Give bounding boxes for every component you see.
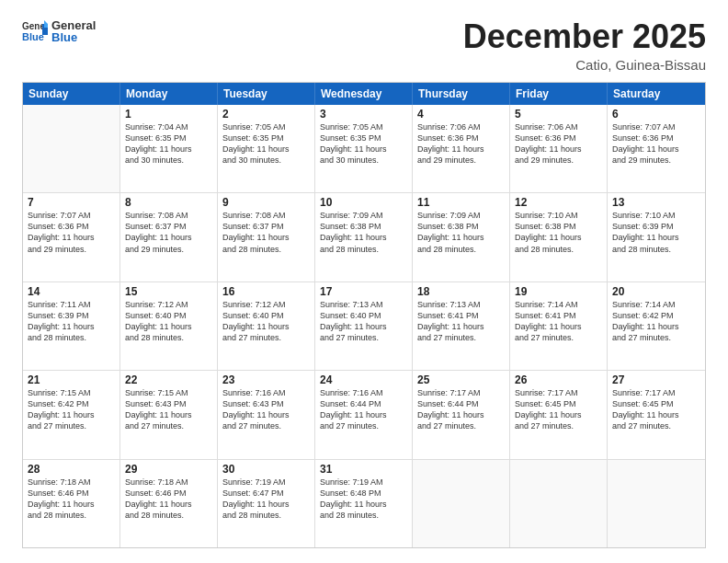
calendar-cell: 7Sunrise: 7:07 AMSunset: 6:36 PMDaylight… xyxy=(23,193,120,281)
sunset-text: Sunset: 6:38 PM xyxy=(515,221,602,232)
calendar-cell: 4Sunrise: 7:06 AMSunset: 6:36 PMDaylight… xyxy=(413,105,510,192)
calendar-cell: 29Sunrise: 7:18 AMSunset: 6:46 PMDayligh… xyxy=(120,460,218,547)
calendar-cell: 30Sunrise: 7:19 AMSunset: 6:47 PMDayligh… xyxy=(218,460,315,547)
day-number: 14 xyxy=(28,285,115,298)
daylight-text: Daylight: 11 hours xyxy=(320,144,407,155)
calendar-cell: 6Sunrise: 7:07 AMSunset: 6:36 PMDaylight… xyxy=(608,105,705,192)
sunset-text: Sunset: 6:43 PM xyxy=(125,398,212,409)
day-number: 27 xyxy=(612,373,700,386)
daylight-text: Daylight: 11 hours xyxy=(222,321,310,332)
daylight-text-2: and 27 minutes. xyxy=(222,420,310,431)
calendar-cell: 15Sunrise: 7:12 AMSunset: 6:40 PMDayligh… xyxy=(120,282,218,370)
calendar-cell xyxy=(23,105,120,192)
calendar-cell: 2Sunrise: 7:05 AMSunset: 6:35 PMDaylight… xyxy=(218,105,315,192)
daylight-text-2: and 29 minutes. xyxy=(125,244,212,255)
sunset-text: Sunset: 6:42 PM xyxy=(28,398,115,409)
weekday-header: Monday xyxy=(120,83,218,105)
calendar-cell xyxy=(510,460,608,547)
daylight-text-2: and 29 minutes. xyxy=(28,244,115,255)
daylight-text: Daylight: 11 hours xyxy=(612,321,700,332)
daylight-text-2: and 27 minutes. xyxy=(515,332,602,343)
day-number: 4 xyxy=(417,108,505,121)
daylight-text: Daylight: 11 hours xyxy=(320,232,407,243)
logo-blue: Blue xyxy=(51,30,96,44)
daylight-text: Daylight: 11 hours xyxy=(515,144,602,155)
sunset-text: Sunset: 6:36 PM xyxy=(28,221,115,232)
day-number: 17 xyxy=(320,285,407,298)
day-number: 12 xyxy=(515,196,602,209)
daylight-text: Daylight: 11 hours xyxy=(612,232,700,243)
sunrise-text: Sunrise: 7:15 AM xyxy=(28,387,115,398)
sunrise-text: Sunrise: 7:07 AM xyxy=(28,210,115,221)
day-number: 9 xyxy=(222,196,310,209)
daylight-text-2: and 27 minutes. xyxy=(417,332,505,343)
sunrise-text: Sunrise: 7:05 AM xyxy=(222,121,310,132)
calendar-cell xyxy=(608,460,705,547)
daylight-text: Daylight: 11 hours xyxy=(125,321,212,332)
sunset-text: Sunset: 6:43 PM xyxy=(222,398,310,409)
calendar-cell xyxy=(413,460,510,547)
sunset-text: Sunset: 6:38 PM xyxy=(417,221,505,232)
logo-icon: General Blue xyxy=(22,18,48,44)
daylight-text: Daylight: 11 hours xyxy=(125,409,212,420)
calendar-header: SundayMondayTuesdayWednesdayThursdayFrid… xyxy=(23,83,705,105)
daylight-text-2: and 30 minutes. xyxy=(222,155,310,166)
calendar-cell: 25Sunrise: 7:17 AMSunset: 6:44 PMDayligh… xyxy=(413,371,510,458)
calendar-cell: 19Sunrise: 7:14 AMSunset: 6:41 PMDayligh… xyxy=(510,282,608,370)
calendar: SundayMondayTuesdayWednesdayThursdayFrid… xyxy=(22,82,706,548)
sunset-text: Sunset: 6:45 PM xyxy=(515,398,602,409)
day-number: 16 xyxy=(222,285,310,298)
calendar-cell: 16Sunrise: 7:12 AMSunset: 6:40 PMDayligh… xyxy=(218,282,315,370)
calendar-cell: 1Sunrise: 7:04 AMSunset: 6:35 PMDaylight… xyxy=(120,105,218,192)
logo: General Blue General Blue xyxy=(22,18,96,44)
sunset-text: Sunset: 6:45 PM xyxy=(612,398,700,409)
daylight-text: Daylight: 11 hours xyxy=(612,409,700,420)
sunset-text: Sunset: 6:40 PM xyxy=(125,310,212,321)
sunrise-text: Sunrise: 7:05 AM xyxy=(320,121,407,132)
sunrise-text: Sunrise: 7:10 AM xyxy=(612,210,700,221)
sunset-text: Sunset: 6:39 PM xyxy=(28,310,115,321)
calendar-cell: 21Sunrise: 7:15 AMSunset: 6:42 PMDayligh… xyxy=(23,371,120,458)
calendar-cell: 27Sunrise: 7:17 AMSunset: 6:45 PMDayligh… xyxy=(608,371,705,458)
sunrise-text: Sunrise: 7:14 AM xyxy=(612,299,700,310)
sunset-text: Sunset: 6:40 PM xyxy=(320,310,407,321)
daylight-text: Daylight: 11 hours xyxy=(222,409,310,420)
day-number: 31 xyxy=(320,463,407,476)
daylight-text: Daylight: 11 hours xyxy=(28,321,115,332)
daylight-text-2: and 28 minutes. xyxy=(125,332,212,343)
title-block: December 2025 Catio, Guinea-Bissau xyxy=(463,18,706,73)
daylight-text-2: and 29 minutes. xyxy=(612,155,700,166)
sunrise-text: Sunrise: 7:12 AM xyxy=(222,299,310,310)
sunrise-text: Sunrise: 7:17 AM xyxy=(515,387,602,398)
daylight-text-2: and 28 minutes. xyxy=(417,244,505,255)
day-number: 2 xyxy=(222,108,310,121)
day-number: 26 xyxy=(515,373,602,386)
day-number: 6 xyxy=(612,108,700,121)
location: Catio, Guinea-Bissau xyxy=(463,57,706,73)
sunrise-text: Sunrise: 7:13 AM xyxy=(417,299,505,310)
daylight-text-2: and 27 minutes. xyxy=(125,420,212,431)
sunrise-text: Sunrise: 7:17 AM xyxy=(612,387,700,398)
daylight-text-2: and 29 minutes. xyxy=(417,155,505,166)
calendar-cell: 23Sunrise: 7:16 AMSunset: 6:43 PMDayligh… xyxy=(218,371,315,458)
daylight-text: Daylight: 11 hours xyxy=(222,232,310,243)
sunrise-text: Sunrise: 7:18 AM xyxy=(125,477,212,488)
sunrise-text: Sunrise: 7:15 AM xyxy=(125,387,212,398)
daylight-text-2: and 27 minutes. xyxy=(515,420,602,431)
svg-text:Blue: Blue xyxy=(22,31,44,42)
sunrise-text: Sunrise: 7:09 AM xyxy=(320,210,407,221)
header: General Blue General Blue December 2025 … xyxy=(22,18,706,73)
sunrise-text: Sunrise: 7:11 AM xyxy=(28,299,115,310)
daylight-text: Daylight: 11 hours xyxy=(417,232,505,243)
calendar-row: 14Sunrise: 7:11 AMSunset: 6:39 PMDayligh… xyxy=(23,282,705,370)
sunrise-text: Sunrise: 7:08 AM xyxy=(222,210,310,221)
day-number: 23 xyxy=(222,373,310,386)
day-number: 25 xyxy=(417,373,505,386)
daylight-text-2: and 27 minutes. xyxy=(28,420,115,431)
daylight-text: Daylight: 11 hours xyxy=(222,144,310,155)
calendar-cell: 20Sunrise: 7:14 AMSunset: 6:42 PMDayligh… xyxy=(608,282,705,370)
day-number: 8 xyxy=(125,196,212,209)
sunrise-text: Sunrise: 7:06 AM xyxy=(417,121,505,132)
daylight-text: Daylight: 11 hours xyxy=(125,499,212,510)
sunrise-text: Sunrise: 7:19 AM xyxy=(320,477,407,488)
